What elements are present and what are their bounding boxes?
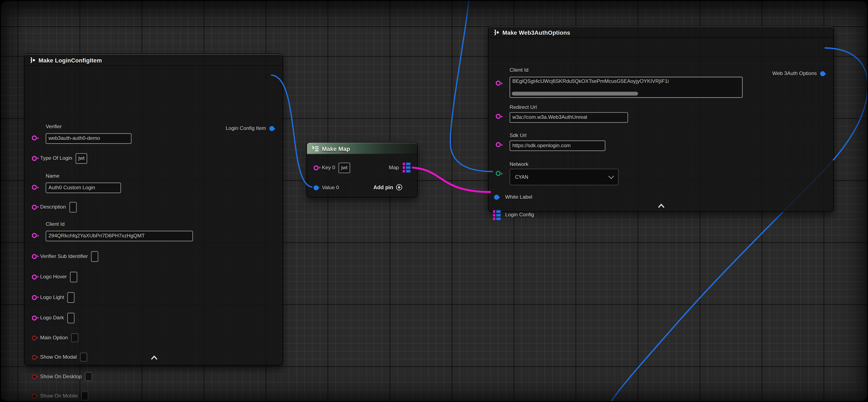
wire-loginconfigitem-to-value0[interactable] <box>272 75 312 187</box>
wire-top-to-whitelabel[interactable] <box>451 1 492 172</box>
wire-layer-over <box>1 1 867 401</box>
wire-web3authoptions-output-uturn[interactable] <box>825 48 867 160</box>
wire-map-to-loginconfig[interactable] <box>413 168 490 192</box>
viewport-frame: Make LoginConfigItem Login Config Item V… <box>1 1 867 401</box>
blueprint-graph-canvas[interactable]: Make LoginConfigItem Login Config Item V… <box>1 1 867 401</box>
